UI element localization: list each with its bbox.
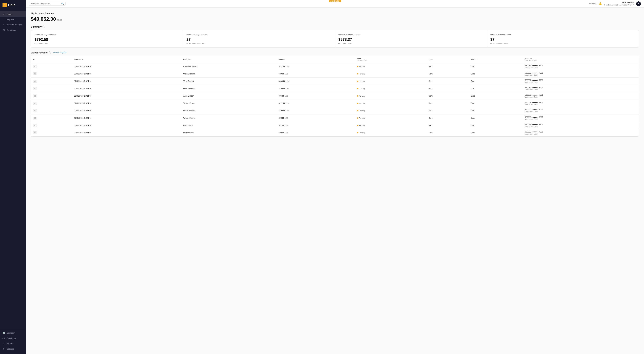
avatar[interactable]: K <box>636 2 641 6</box>
sidebar-label-home: Home <box>6 13 12 15</box>
cell-method-9: Card <box>469 129 522 136</box>
cell-state-1: Pending <box>355 70 426 78</box>
cell-id-0: ID <box>31 63 72 70</box>
sidebar: ✦ FINIX ⌂ Home ↑ Payouts ○ Account Balan… <box>0 0 26 354</box>
search-icon: 🔍 <box>61 2 64 5</box>
sidebar-item-developer[interactable]: </> Developer <box>0 336 26 341</box>
account-info: Finix Flowers Sandbox Account · Applicat… <box>604 2 634 6</box>
cell-type-1: Sent <box>426 70 469 78</box>
cell-state-7: Pending <box>355 114 426 122</box>
developer-icon: </> <box>2 337 5 340</box>
cell-recipient-5: Tristan Gross <box>181 100 276 107</box>
notifications-bell-icon[interactable]: 🔔 <box>599 2 602 5</box>
col-id: ID <box>31 56 72 63</box>
col-account: Account Card Brand/Type <box>523 56 639 63</box>
sidebar-label-developer: Developer <box>6 337 16 340</box>
sidebar-item-company[interactable]: 🏢 Company <box>0 330 26 336</box>
balance-icon: ○ <box>2 23 5 26</box>
balance-currency: USD <box>57 19 62 21</box>
payouts-icon: ↑ <box>2 18 5 20</box>
account-balance-display: $49,052.00 USD <box>31 16 639 22</box>
card-daily-ach-volume: Daily ACH Payout Volume $578.37 of $1,00… <box>335 30 487 47</box>
cell-recipient-0: Rhiannon Barrett <box>181 63 276 70</box>
cell-state-2: Pending <box>355 78 426 85</box>
cell-id-3: ID <box>31 85 72 92</box>
cell-account-2: 520082 ●●●●●● 7201 Mastercard Debit <box>523 78 639 85</box>
sidebar-item-exports[interactable]: ↓ Exports <box>0 341 26 346</box>
latest-payouts-title: Latest Payouts i <box>31 51 51 54</box>
cell-id-2: ID <box>31 78 72 85</box>
cell-method-0: Card <box>469 63 522 70</box>
view-all-payouts-link[interactable]: View All Payouts <box>53 52 67 54</box>
cell-created-2: 12/01/2023 1:02 PM <box>72 78 181 85</box>
cell-state-5: Pending <box>355 100 426 107</box>
cell-type-9: Sent <box>426 129 469 136</box>
cell-recipient-9: Damien York <box>181 129 276 136</box>
card-value-0: $792.58 <box>34 37 179 42</box>
sidebar-item-settings[interactable]: ⚙ Settings <box>0 346 26 352</box>
cell-account-6: 520082 ●●●●●● 7201 Mastercard Debit <box>523 107 639 114</box>
home-icon: ⌂ <box>2 13 5 15</box>
cell-amount-4: $96.00 USD <box>276 92 355 100</box>
cell-amount-1: $80.00 USD <box>276 70 355 78</box>
exports-icon: ↓ <box>2 342 5 345</box>
sidebar-bottom: 🏢 Company </> Developer ↓ Exports ⚙ Sett… <box>0 329 26 354</box>
topbar: SANDBOX ID Search 🔍 Support 🔔 Finix Flow… <box>26 0 644 8</box>
cell-recipient-3: Guy Johnston <box>181 85 276 92</box>
cell-created-6: 12/01/2023 1:02 PM <box>72 107 181 114</box>
cell-method-5: Card <box>469 100 522 107</box>
cell-state-3: Pending <box>355 85 426 92</box>
page-content: My Account Balance $49,052.00 USD Summar… <box>26 8 644 354</box>
table-row: ID 12/01/2023 1:02 PM Wilson Molina $96.… <box>31 114 639 122</box>
cell-id-4: ID <box>31 92 72 100</box>
id-search-label: ID Search <box>31 3 39 5</box>
cell-amount-8: $21.00 USD <box>276 122 355 129</box>
cell-account-4: 520082 ●●●●●● 7201 Mastercard Debit <box>523 92 639 100</box>
sidebar-label-payouts: Payouts <box>6 18 14 20</box>
cell-account-9: 520082 ●●●●●● 7201 Mastercard Debit <box>523 129 639 136</box>
summary-info-icon[interactable]: i <box>42 26 45 28</box>
cell-created-8: 12/01/2023 1:02 PM <box>72 122 181 129</box>
balance-value: $49,052.00 <box>31 16 56 22</box>
cell-account-7: 520082 ●●●●●● 7201 Mastercard Debit <box>523 114 639 122</box>
resources-icon: ⊞ <box>2 29 5 31</box>
card-daily-ach-count: Daily ACH Payout Count 37 of 100 transac… <box>487 30 639 47</box>
sidebar-item-account-balance[interactable]: ○ Account Balance <box>0 22 26 27</box>
cell-state-6: Pending <box>355 107 426 114</box>
cell-type-0: Sent <box>426 63 469 70</box>
card-value-2: $578.37 <box>338 37 483 42</box>
cell-type-2: Sent <box>426 78 469 85</box>
cell-id-6: ID <box>31 107 72 114</box>
payouts-table: ID Created On Recipient Amount State Rea… <box>31 56 639 136</box>
chevron-down-icon[interactable]: ▾ <box>633 4 634 6</box>
cell-state-8: Pending <box>355 122 426 129</box>
sidebar-label-balance: Account Balance <box>6 24 22 26</box>
sidebar-item-home[interactable]: ⌂ Home <box>0 11 26 16</box>
card-sub-0: of $1,000.00 limit <box>34 42 179 44</box>
sidebar-label-exports: Exports <box>6 342 14 345</box>
cell-account-5: 520082 ●●●●●● 7201 Mastercard Debit <box>523 100 639 107</box>
cell-amount-2: $900.00 USD <box>276 78 355 85</box>
sidebar-item-payouts[interactable]: ↑ Payouts <box>0 16 26 22</box>
cell-amount-5: $221.00 USD <box>276 100 355 107</box>
card-label-0: Daily Card Payout Volume <box>34 34 179 36</box>
summary-cards: Daily Card Payout Volume $792.58 of $1,0… <box>31 30 639 48</box>
logo-text: FINIX <box>8 4 15 6</box>
cell-created-5: 12/01/2023 1:02 PM <box>72 100 181 107</box>
id-search-container: ID Search 🔍 <box>29 2 66 6</box>
cell-recipient-4: Allan Deleon <box>181 92 276 100</box>
card-label-3: Daily ACH Payout Count <box>490 34 636 36</box>
cell-recipient-6: Mahir Blevins <box>181 107 276 114</box>
cell-state-4: Pending <box>355 92 426 100</box>
table-row: ID 12/01/2023 1:02 PM Rhiannon Barrett $… <box>31 63 639 70</box>
sidebar-item-resources[interactable]: ⊞ Resources <box>0 27 26 32</box>
account-type: Sandbox Account · Application View ▾ <box>604 4 634 6</box>
sidebar-label-settings: Settings <box>6 348 14 350</box>
payouts-info-icon[interactable]: i <box>48 52 51 54</box>
support-link[interactable]: Support <box>589 2 596 5</box>
cell-recipient-8: Beth Wright <box>181 122 276 129</box>
table-row: ID 12/01/2023 1:02 PM Allan Deleon $96.0… <box>31 92 639 100</box>
cell-account-8: 520082 ●●●●●● 7201 Mastercard Debit <box>523 122 639 129</box>
topbar-right: Support 🔔 Finix Flowers Sandbox Account … <box>589 2 641 6</box>
id-search-input[interactable] <box>40 3 60 5</box>
